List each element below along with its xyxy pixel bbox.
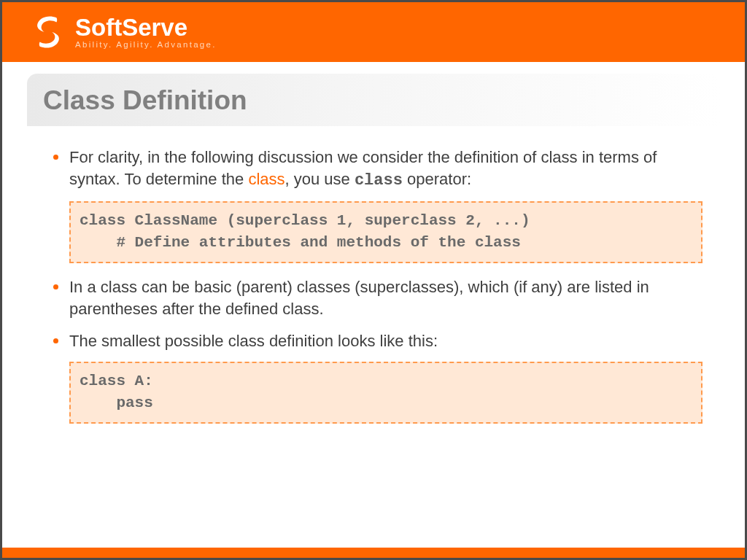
title-bar: Class Definition bbox=[27, 74, 720, 126]
bullet-1-mono: class bbox=[355, 171, 403, 190]
bullet-1: For clarity, in the following discussion… bbox=[53, 147, 703, 191]
softserve-icon bbox=[27, 13, 69, 51]
brand-logo: SoftServe Ability. Agility. Advantage. bbox=[27, 13, 217, 51]
bullet-1-text-post: operator: bbox=[403, 170, 471, 188]
brand-tagline: Ability. Agility. Advantage. bbox=[75, 41, 217, 50]
code-1-line-1: class ClassName (superclass 1, superclas… bbox=[80, 212, 530, 229]
slide: SoftServe Ability. Agility. Advantage. C… bbox=[2, 2, 745, 558]
code-2-line-2: pass bbox=[80, 394, 153, 411]
bullet-2: In a class can be basic (parent) classes… bbox=[53, 276, 703, 319]
bullet-1-text-mid: , you use bbox=[285, 170, 355, 188]
footer-bar bbox=[2, 548, 745, 558]
code-2-line-1: class A: bbox=[80, 373, 153, 389]
bullet-3: The smallest possible class definition l… bbox=[53, 330, 703, 352]
brand-text: SoftServe Ability. Agility. Advantage. bbox=[75, 15, 217, 50]
code-block-1: class ClassName (superclass 1, superclas… bbox=[69, 201, 703, 263]
bullet-2-text: In a class can be basic (parent) classes… bbox=[69, 278, 649, 318]
code-1-line-2: # Define attributes and methods of the c… bbox=[80, 234, 521, 251]
slide-content: Class Definition For clarity, in the fol… bbox=[2, 62, 745, 548]
code-block-2: class A: pass bbox=[69, 362, 703, 424]
bullet-list: For clarity, in the following discussion… bbox=[27, 147, 720, 424]
brand-name: SoftServe bbox=[75, 15, 217, 39]
header-bar: SoftServe Ability. Agility. Advantage. bbox=[2, 2, 745, 62]
slide-title: Class Definition bbox=[43, 85, 704, 116]
bullet-1-highlight: class bbox=[248, 170, 285, 188]
bullet-3-text: The smallest possible class definition l… bbox=[69, 332, 438, 350]
